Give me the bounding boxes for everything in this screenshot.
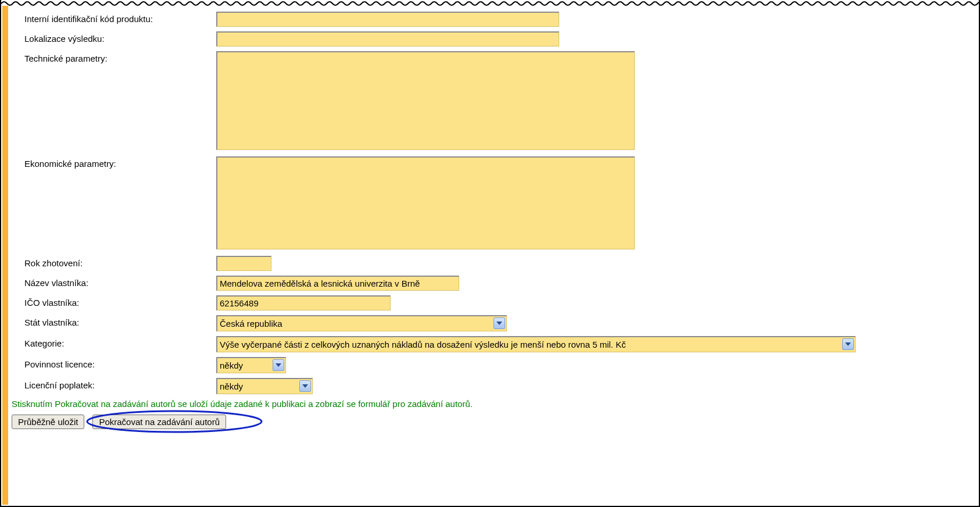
owner-name-input[interactable] bbox=[216, 276, 459, 291]
category-select[interactable]: Výše vyčerpané části z celkových uznanýc… bbox=[216, 336, 856, 352]
tech-params-label: Technické parametry: bbox=[24, 51, 216, 63]
license-duty-label: Povinnost licence: bbox=[24, 357, 216, 369]
tech-params-textarea[interactable] bbox=[216, 51, 635, 150]
year-input[interactable] bbox=[216, 256, 271, 271]
form-panel: Interní identifikační kód produktu: Loka… bbox=[0, 0, 980, 507]
left-accent-stripe bbox=[2, 6, 8, 505]
category-label: Kategorie: bbox=[24, 336, 216, 348]
internal-code-label: Interní identifikační kód produktu: bbox=[24, 12, 216, 24]
license-fee-select[interactable]: někdy bbox=[216, 378, 313, 394]
year-label: Rok zhotovení: bbox=[24, 256, 216, 268]
owner-state-value: Česká republika bbox=[216, 315, 507, 331]
license-duty-value: někdy bbox=[216, 357, 286, 373]
owner-name-label: Název vlastníka: bbox=[24, 276, 216, 288]
owner-state-select[interactable]: Česká republika bbox=[216, 315, 507, 331]
category-value: Výše vyčerpané části z celkových uznanýc… bbox=[216, 336, 856, 352]
continue-authors-button[interactable]: Pokračovat na zadávání autorů bbox=[92, 415, 226, 429]
owner-ico-input[interactable] bbox=[216, 295, 391, 310]
license-fee-value: někdy bbox=[216, 378, 313, 394]
license-duty-select[interactable]: někdy bbox=[216, 357, 286, 373]
owner-ico-label: IČO vlastníka: bbox=[24, 295, 216, 308]
owner-state-label: Stát vlastníka: bbox=[24, 315, 216, 327]
save-button[interactable]: Průběžně uložit bbox=[12, 415, 84, 429]
localization-label: Lokalizace výsledku: bbox=[24, 31, 216, 44]
econ-params-textarea[interactable] bbox=[216, 156, 635, 249]
license-fee-label: Licenční poplatek: bbox=[24, 378, 216, 390]
econ-params-label: Ekonomické parametry: bbox=[24, 156, 216, 169]
hint-text: Stisknutím Pokračovat na zadávání autorů… bbox=[12, 399, 967, 409]
localization-input[interactable] bbox=[216, 31, 559, 47]
internal-code-input[interactable] bbox=[216, 12, 559, 27]
